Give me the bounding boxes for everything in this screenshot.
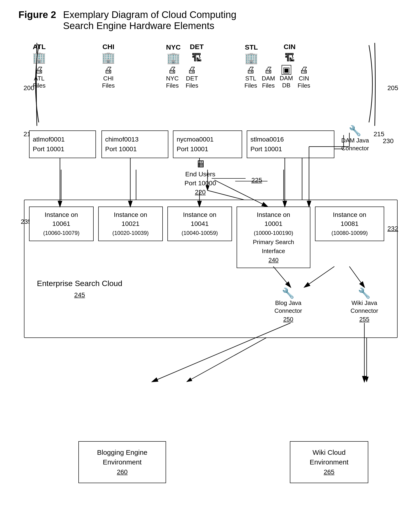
ref-205: 205 <box>387 84 398 92</box>
diagram-area: ATL 🏢 🖨 ATLFiles CHI 🏢 🖨 CHIFiles NYC 🏢 … <box>14 38 405 511</box>
det-file-label: DETFiles <box>186 75 198 89</box>
atl-buildings-icon: 🏢 <box>32 52 46 63</box>
dam-java-connector-top: 🔧 DAM JavaConnector <box>341 125 369 152</box>
figure-title: Figure 2 Exemplary Diagram of Cloud Comp… <box>14 9 405 31</box>
det-file-icon: 🖨 <box>187 65 196 75</box>
wiki-cloud-box: Wiki CloudEnvironment 265 <box>290 441 368 483</box>
mof-box-nyc: nycmoa0001 Port 10001 <box>173 130 242 158</box>
instance-10021-range: (10020-10039) <box>112 230 148 236</box>
instance-10021: Instance on10021 (10020-10039) <box>98 206 163 241</box>
instance-10081-range: (10080-10099) <box>331 230 367 236</box>
ref-232: 232 <box>387 225 398 232</box>
nyc-buildings-icon: 🏢 <box>167 52 180 63</box>
det-buildings-icon: 🏗 <box>192 52 202 63</box>
nyc-mof-name: nycmoa0001 <box>177 136 213 143</box>
chi-file-label: CHIFiles <box>102 75 115 89</box>
monitor-icon: 🖥 <box>195 158 206 170</box>
atl-mof-name: atlmof0001 <box>33 136 65 143</box>
atl-label: ATL <box>33 43 46 51</box>
ref-255: 255 <box>359 316 369 323</box>
wiki-connector-icon: 🔧 <box>358 287 371 299</box>
mof-box-chi: chimof0013 Port 10001 <box>102 130 168 158</box>
end-users-label: End UsersPort 10000 <box>184 170 216 188</box>
ref-200: 200 <box>24 84 34 92</box>
chi-mof-port: Port 10001 <box>105 145 137 152</box>
enterprise-label: Enterprise Search Cloud 245 <box>37 278 122 300</box>
ref-250: 250 <box>283 316 293 323</box>
cin-file-label: CINFiles <box>298 75 310 89</box>
wiki-connector-label: Wiki JavaConnector <box>351 299 378 315</box>
stl-file-label: STLFiles <box>244 75 257 89</box>
chi-mof-name: chimof0013 <box>105 136 139 143</box>
wiki-java-connector: 🔧 Wiki JavaConnector 255 <box>351 287 378 323</box>
stl-mof-name: stlmoa0016 <box>250 136 284 143</box>
atl-file-label: ATLFiles <box>33 75 46 89</box>
city-atl: ATL 🏢 🖨 ATLFiles <box>32 43 46 89</box>
city-nyc-det: NYC 🏢 DET 🏗 🖨 NYCFiles 🖨 DETFiles <box>166 43 204 89</box>
instance-10001: Instance on10001 (10000-100190) Primary … <box>236 206 310 268</box>
dam-connector-label: DAM JavaConnector <box>341 137 369 152</box>
mof-box-atl: atlmof0001 Port 10001 <box>29 130 96 158</box>
dam-connector-icon: 🔧 <box>349 125 361 137</box>
stl-label: STL <box>245 43 258 51</box>
instance-10041-range: (10040-10059) <box>182 230 218 236</box>
ref-220: 220 <box>195 189 206 196</box>
dam-file-icon: 🖨 <box>264 65 273 75</box>
cin-label: CIN <box>284 43 296 51</box>
ref-240: 240 <box>268 256 278 264</box>
instance-10081: Instance on10081 (10080-10099) <box>315 206 384 241</box>
stl-file-icon: 🖨 <box>246 65 255 75</box>
ref-230: 230 <box>383 137 394 145</box>
stl-buildings-icon: 🏢 <box>244 52 258 63</box>
nyc-file-label: NYCFiles <box>166 75 179 89</box>
instance-10061: Instance on10061 (10060-10079) <box>29 206 94 241</box>
instance-10061-range: (10060-10079) <box>43 230 79 236</box>
page-container: Figure 2 Exemplary Diagram of Cloud Comp… <box>0 0 419 532</box>
city-stl-group: STL 🏢 CIN 🏗 🖨 STLFiles 🖨 DAMFiles <box>244 43 310 89</box>
city-chi: CHI 🏢 🖨 CHIFiles <box>102 43 115 89</box>
ref-215: 215 <box>374 130 384 138</box>
figure-caption: Exemplary Diagram of Cloud Computing Sea… <box>63 9 236 31</box>
cin-buildings-icon: 🏗 <box>285 52 295 63</box>
ref-245: 245 <box>74 291 85 299</box>
atl-mof-port: Port 10001 <box>33 145 64 152</box>
dam-files-label: DAMFiles <box>262 75 275 89</box>
chi-label: CHI <box>102 43 114 51</box>
instance-10001-range: (10000-100190) <box>254 230 293 236</box>
nyc-label: NYC <box>166 43 181 51</box>
mof-box-stl: stlmoa0016 Port 10001 <box>247 130 334 158</box>
stl-mof-port: Port 10001 <box>250 145 282 152</box>
instance-10041: Instance on10041 (10040-10059) <box>167 206 232 241</box>
nyc-file-icon: 🖨 <box>168 65 177 75</box>
figure-label: Figure 2 <box>18 9 56 20</box>
chi-buildings-icon: 🏢 <box>102 52 115 63</box>
dam-db-label: DAMDB <box>280 75 293 89</box>
end-users-group: 🖥 End UsersPort 10000 220 <box>184 158 216 196</box>
det-label: DET <box>190 43 204 51</box>
ref-260: 260 <box>117 469 128 476</box>
primary-search-label: Primary SearchInterface <box>253 239 294 254</box>
blog-connector-icon: 🔧 <box>282 287 294 299</box>
blog-java-connector: 🔧 Blog JavaConnector 250 <box>275 287 302 323</box>
ref-225: 225 <box>251 177 262 184</box>
nyc-mof-port: Port 10001 <box>177 145 208 152</box>
blogging-engine-box: Blogging EngineEnvironment 260 <box>79 441 166 483</box>
atl-file-icon: 🖨 <box>35 65 44 75</box>
ref-265: 265 <box>324 469 335 476</box>
dam-db-icon: ▣ <box>282 65 291 75</box>
blog-connector-label: Blog JavaConnector <box>275 299 302 315</box>
cin-file-icon: 🖨 <box>300 65 308 75</box>
chi-file-icon: 🖨 <box>104 65 113 75</box>
